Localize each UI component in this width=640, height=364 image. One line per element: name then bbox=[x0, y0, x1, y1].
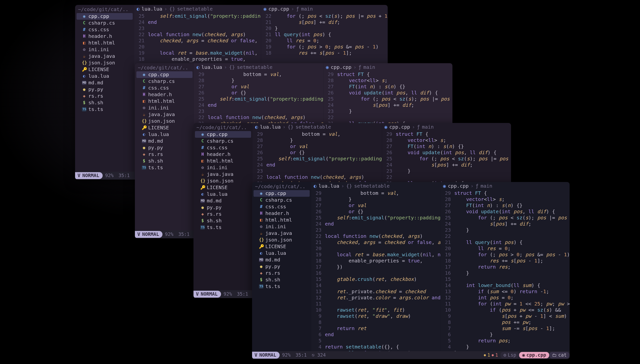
code-line[interactable]: 22 for (; pos < sz(s); pos |= pos + 1) bbox=[261, 13, 387, 19]
code-line[interactable]: 18 res += s[pos - 1]; bbox=[261, 50, 387, 56]
code-line[interactable]: 16 bbox=[311, 270, 439, 276]
code-line[interactable]: 17 }) bbox=[311, 264, 439, 270]
code-line[interactable]: 19 for (; pos > 0; pos &= pos - 1) bbox=[261, 44, 387, 50]
code-line[interactable]: 29struct FT { bbox=[441, 190, 568, 196]
file-lua-lua[interactable]: ◐lua.lua bbox=[253, 250, 310, 256]
code-line[interactable]: 14 int lower_bound(ll sum) { bbox=[441, 282, 568, 288]
file-ts-ts[interactable]: TSts.ts bbox=[77, 106, 133, 113]
code-line[interactable]: 28 vector<ll> s; bbox=[382, 137, 510, 144]
code-line[interactable]: 24end bbox=[194, 102, 322, 108]
file-csharp-cs[interactable]: Ccsharp.cs bbox=[77, 20, 133, 26]
code-line[interactable]: 10 if (pos + pw <= sz(s) && bbox=[441, 307, 568, 313]
code-line[interactable]: 25 self:emit_signal("property::paddings"… bbox=[134, 13, 259, 19]
code-line[interactable]: 27 FT(int n) : s(n) {} bbox=[441, 202, 568, 208]
code-line[interactable]: 27 or val bbox=[311, 202, 439, 208]
pane-lua[interactable]: ◐ lua.lua › {} setmetatable 29 bottom = … bbox=[311, 182, 440, 351]
file-tree[interactable]: ~/code/git/cat/.. ◉cpp.cppCcsharp.cs#css… bbox=[193, 123, 252, 290]
code-line[interactable]: 27 FT(int n) : s(n) {} bbox=[382, 144, 510, 150]
code-line[interactable]: 8 bbox=[311, 319, 439, 326]
code-line[interactable]: 22 bbox=[324, 114, 451, 120]
file-csharp-cs[interactable]: Ccsharp.cs bbox=[253, 197, 310, 204]
code-line[interactable]: 21 ll query(int pos) { bbox=[441, 239, 568, 246]
tree-root[interactable]: ~/code/git/cat/.. bbox=[136, 64, 192, 71]
code-line[interactable]: 24end bbox=[252, 162, 380, 168]
code-line[interactable]: 20} bbox=[261, 25, 387, 32]
code-line[interactable]: 27 or val bbox=[252, 144, 380, 150]
file-py-py[interactable]: ●py.py bbox=[136, 144, 192, 151]
code-line[interactable]: 10 rawset(ret, "fit", fit) bbox=[311, 307, 439, 313]
file-rs-rs[interactable]: ◆rs.rs bbox=[253, 270, 310, 276]
code-line[interactable]: 24end bbox=[134, 19, 259, 25]
file-header-h[interactable]: Hheader.h bbox=[253, 210, 310, 217]
code-line[interactable]: 17 return res; bbox=[441, 264, 568, 270]
code-line[interactable]: 20 ll res = 0; bbox=[441, 246, 568, 252]
file-rs-rs[interactable]: ◆rs.rs bbox=[195, 211, 251, 218]
code-line[interactable]: 18 enable_properties = true, bbox=[311, 258, 439, 264]
file-ts-ts[interactable]: TSts.ts bbox=[253, 283, 310, 290]
file-LICENSE[interactable]: 🔑LICENSE bbox=[77, 66, 133, 73]
file-py-py[interactable]: ●py.py bbox=[77, 86, 133, 93]
code-line[interactable]: 26 or {} bbox=[194, 90, 322, 96]
pane-cpp[interactable]: ◉ cpp.cpp › ƒ main 29struct FT {28 vecto… bbox=[440, 182, 570, 351]
code-line[interactable]: 25 self:emit_signal("property::paddings"… bbox=[194, 96, 322, 102]
code-line[interactable]: 5 return pos; bbox=[441, 338, 568, 344]
code-line[interactable]: 29 bottom = val, bbox=[252, 131, 380, 137]
code-line[interactable]: 29struct FT { bbox=[324, 71, 451, 78]
file-css-css[interactable]: #css.css bbox=[253, 204, 310, 210]
code-line[interactable]: 21ll query(int pos) { bbox=[261, 32, 387, 38]
code-line[interactable]: 12 ret._private.color = args.color and c… bbox=[311, 295, 439, 301]
code-line[interactable]: 23 bbox=[194, 108, 322, 114]
file-LICENSE[interactable]: 🔑LICENSE bbox=[136, 124, 192, 131]
code-line[interactable]: 9 rawset(ret, "draw", draw) bbox=[311, 313, 439, 319]
file-md-md[interactable]: MDmd.md bbox=[195, 198, 251, 204]
file-header-h[interactable]: Hheader.h bbox=[136, 91, 192, 98]
code-line[interactable]: 28 vector<ll> s; bbox=[441, 196, 568, 202]
code-line[interactable]: 4return setmetatable({}, { bbox=[311, 344, 439, 350]
file-sh-sh[interactable]: $sh.sh bbox=[77, 99, 133, 106]
code-line[interactable]: 28 } bbox=[194, 78, 322, 84]
file-json-json[interactable]: {}json.json bbox=[253, 236, 310, 243]
file-css-css[interactable]: #css.css bbox=[77, 26, 133, 33]
code-line[interactable]: 28 vector<ll> s; bbox=[324, 78, 451, 84]
code-line[interactable]: 20 bbox=[134, 44, 259, 50]
code-line[interactable]: 19 local ret = base.make_widget(nil, nil… bbox=[311, 252, 439, 258]
code-line[interactable]: 21 checked, args = checked or false, arg… bbox=[134, 38, 259, 44]
file-cpp-cpp[interactable]: ◉cpp.cpp bbox=[195, 131, 251, 138]
file-csharp-cs[interactable]: Ccsharp.cs bbox=[195, 138, 251, 144]
code-line[interactable]: 19 for (; pos > 0; pos &= pos - 1) bbox=[441, 252, 568, 258]
file-tree[interactable]: ~/code/git/cat/.. ◉cpp.cppCcsharp.cs#css… bbox=[252, 182, 311, 351]
code-line[interactable]: 26 void update(int pos, ll dif) { bbox=[324, 90, 451, 96]
code-line[interactable]: 9 s[pos + pw - 1] < sum) { bbox=[441, 313, 568, 319]
code-line[interactable]: 8 pos += pw; bbox=[441, 319, 568, 326]
file-ts-ts[interactable]: TSts.ts bbox=[136, 164, 192, 171]
tree-root[interactable]: ~/code/git/cat/.. bbox=[77, 6, 133, 13]
file-lua-lua[interactable]: ◐lua.lua bbox=[77, 73, 133, 80]
file-java-java[interactable]: ☕java.java bbox=[136, 111, 192, 118]
file-md-md[interactable]: MDmd.md bbox=[77, 80, 133, 86]
code-line[interactable]: 4 } bbox=[441, 344, 568, 350]
code-line[interactable]: 15 bbox=[441, 276, 568, 282]
file-ini-ini[interactable]: ⚙ini.ini bbox=[77, 46, 133, 53]
code-line[interactable]: 15 gtable.crush(ret, checkbox) bbox=[311, 276, 439, 282]
code-line[interactable]: 21 checked, args = checked or false, arg… bbox=[311, 239, 439, 246]
file-cpp-cpp[interactable]: ◉cpp.cpp bbox=[253, 190, 310, 197]
file-sh-sh[interactable]: $sh.sh bbox=[195, 218, 251, 224]
file-ini-ini[interactable]: ⚙ini.ini bbox=[253, 223, 310, 230]
code-line[interactable]: 7 return ret bbox=[311, 326, 439, 332]
file-ini-ini[interactable]: ⚙ini.ini bbox=[136, 104, 192, 111]
code-line[interactable]: 26 or {} bbox=[311, 208, 439, 215]
file-lua-lua[interactable]: ◐lua.lua bbox=[195, 191, 251, 198]
file-md-md[interactable]: MDmd.md bbox=[253, 256, 310, 263]
code-line[interactable]: 25 for (; pos < sz(s); pos |= pos + 1) bbox=[324, 96, 451, 102]
file-tree[interactable]: ~/code/git/cat/.. ◉cpp.cppCcsharp.cs#css… bbox=[135, 63, 194, 230]
code-line[interactable]: 26 void update(int pos, ll dif) { bbox=[382, 150, 510, 156]
code-line[interactable]: 16 } bbox=[441, 270, 568, 276]
code-line[interactable]: 11 bbox=[311, 301, 439, 307]
file-html-html[interactable]: ◧html.html bbox=[253, 217, 310, 223]
file-header-h[interactable]: Hheader.h bbox=[77, 33, 133, 40]
code-line[interactable]: 27 or val bbox=[194, 84, 322, 90]
code-line[interactable]: 11 for (int pw = 1 << 25; pw; pw >>= 1) bbox=[441, 301, 568, 307]
code-line[interactable]: 6end bbox=[311, 332, 439, 338]
code-line[interactable]: 29 bottom = val, bbox=[194, 71, 322, 78]
file-json-json[interactable]: {}json.json bbox=[77, 60, 133, 66]
